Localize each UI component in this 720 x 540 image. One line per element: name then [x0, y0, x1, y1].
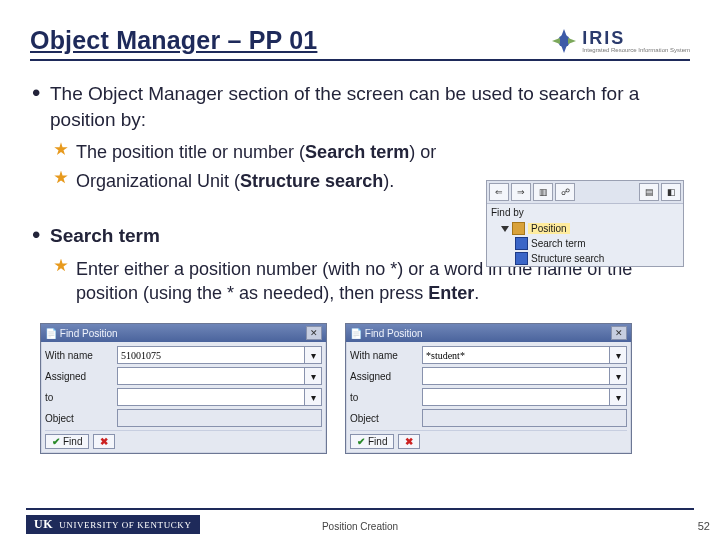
toolbar-icon[interactable]: ⇐ — [489, 183, 509, 201]
check-icon: ✔ — [357, 436, 365, 447]
to-label: to — [350, 392, 422, 403]
assigned-label: Assigned — [350, 371, 422, 382]
page-title: Object Manager – PP 01 — [30, 26, 317, 55]
dropdown-icon[interactable]: ▾ — [609, 346, 627, 364]
dialog-titlebar: 📄 Find Position ✕ — [41, 324, 326, 342]
bullet-1-text: The Object Manager section of the screen… — [50, 83, 639, 130]
with-name-input[interactable] — [118, 347, 304, 363]
expand-icon — [501, 226, 509, 232]
tree-node-structure-search[interactable]: Structure search — [487, 251, 683, 266]
assigned-input[interactable] — [423, 368, 609, 384]
dropdown-icon[interactable]: ▾ — [304, 388, 322, 406]
find-button[interactable]: ✔Find — [45, 434, 89, 449]
tree-node-position[interactable]: Position — [487, 221, 683, 236]
toolbar-icon[interactable]: ⇒ — [511, 183, 531, 201]
iris-logo: IRIS Integrated Resource Information Sys… — [550, 27, 690, 55]
tree-node-search-term[interactable]: Search term — [487, 236, 683, 251]
page-number: 52 — [698, 520, 710, 532]
assigned-label: Assigned — [45, 371, 117, 382]
dropdown-icon[interactable]: ▾ — [304, 367, 322, 385]
cancel-button[interactable]: ✖ — [93, 434, 115, 449]
toolbar-icon[interactable]: ▥ — [533, 183, 553, 201]
footer-center: Position Creation — [0, 521, 720, 532]
bullet-1-sub-1: The position title or number (Search ter… — [54, 140, 690, 164]
iris-brand: IRIS — [582, 29, 690, 47]
toolbar-icon[interactable]: ◧ — [661, 183, 681, 201]
iris-icon — [550, 27, 578, 55]
dialog-title: 📄 Find Position — [350, 328, 423, 339]
tree-node-label: Structure search — [531, 253, 604, 264]
dropdown-icon[interactable]: ▾ — [304, 346, 322, 364]
dropdown-icon[interactable]: ▾ — [609, 388, 627, 406]
to-input[interactable] — [118, 389, 304, 405]
close-icon[interactable]: ✕ — [306, 326, 322, 340]
to-input[interactable] — [423, 389, 609, 405]
object-label: Object — [350, 413, 422, 424]
with-name-input[interactable] — [423, 347, 609, 363]
dialog-row: 📄 Find Position ✕ With name ▾ Assigned ▾… — [40, 323, 690, 454]
tree-node-label: Search term — [531, 238, 585, 249]
assigned-input[interactable] — [118, 368, 304, 384]
bullet-2-title: Search term — [50, 225, 160, 246]
slide-footer: UK UNIVERSITY OF KENTUCKY Position Creat… — [0, 508, 720, 540]
dialog-title: 📄 Find Position — [45, 328, 118, 339]
find-position-dialog-left: 📄 Find Position ✕ With name ▾ Assigned ▾… — [40, 323, 327, 454]
tree-node-label: Position — [528, 223, 570, 234]
with-name-label: With name — [350, 350, 422, 361]
cancel-button[interactable]: ✖ — [398, 434, 420, 449]
search-term-icon — [515, 237, 528, 250]
structure-search-icon — [515, 252, 528, 265]
tree-toolbar: ⇐ ⇒ ▥ ☍ ▤ ◧ — [487, 181, 683, 204]
to-label: to — [45, 392, 117, 403]
object-manager-tree-panel: ⇐ ⇒ ▥ ☍ ▤ ◧ Find by Position Search term… — [486, 180, 684, 267]
iris-tagline: Integrated Resource Information System — [582, 47, 690, 53]
check-icon: ✔ — [52, 436, 60, 447]
footer-rule — [26, 508, 694, 510]
bullet-1: The Object Manager section of the screen… — [30, 81, 690, 193]
find-by-label: Find by — [487, 204, 683, 221]
close-icon[interactable]: ✕ — [611, 326, 627, 340]
object-label: Object — [45, 413, 117, 424]
slide-header: Object Manager – PP 01 IRIS Integrated R… — [30, 26, 690, 61]
find-position-dialog-right: 📄 Find Position ✕ With name ▾ Assigned ▾… — [345, 323, 632, 454]
toolbar-icon[interactable]: ☍ — [555, 183, 575, 201]
with-name-label: With name — [45, 350, 117, 361]
dialog-titlebar: 📄 Find Position ✕ — [346, 324, 631, 342]
find-button[interactable]: ✔Find — [350, 434, 394, 449]
toolbar-icon[interactable]: ▤ — [639, 183, 659, 201]
position-icon — [512, 222, 525, 235]
dropdown-icon[interactable]: ▾ — [609, 367, 627, 385]
